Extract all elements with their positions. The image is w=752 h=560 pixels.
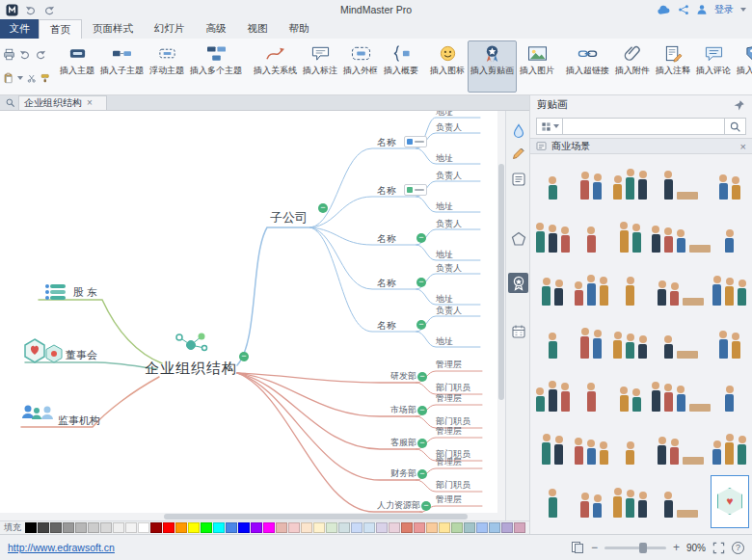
clipart-category-row[interactable]: 商业场景 × xyxy=(530,138,752,154)
clipart-item[interactable] xyxy=(711,210,749,263)
clipart-item[interactable] xyxy=(611,422,650,475)
fit-screen-icon[interactable] xyxy=(712,542,725,554)
color-swatch[interactable] xyxy=(464,522,475,533)
insert-summary-button[interactable]: 插入概要 xyxy=(381,40,421,93)
department-topic[interactable]: 人力资源部 xyxy=(374,499,420,512)
insert-picture-button[interactable]: 插入图片 xyxy=(517,40,557,93)
clipart-item[interactable] xyxy=(711,157,749,210)
tab-page-style[interactable]: 页面样式 xyxy=(82,19,144,39)
scrollbar-thumb[interactable] xyxy=(164,514,468,520)
color-swatch[interactable] xyxy=(63,522,74,533)
collapse-button[interactable]: − xyxy=(318,203,328,213)
help-icon[interactable]: ? xyxy=(732,542,744,554)
clipart-item[interactable] xyxy=(572,422,610,475)
color-swatch[interactable] xyxy=(426,522,438,533)
pin-icon[interactable] xyxy=(733,99,745,112)
pages-icon[interactable] xyxy=(571,541,584,554)
clipart-item[interactable] xyxy=(572,475,610,528)
clipart-item[interactable] xyxy=(650,210,711,263)
mindmap-canvas[interactable]: 企业组织结构 − 股 东 董事会 监事机构 子公司 − 名称 地址 负责人 地址 xyxy=(0,111,497,520)
color-swatch[interactable] xyxy=(88,522,99,533)
topic-board[interactable]: 董事会 xyxy=(66,348,97,361)
address-topic[interactable]: 地址 xyxy=(436,335,453,348)
paste-dropdown-icon[interactable] xyxy=(17,76,23,80)
horizontal-scrollbar[interactable] xyxy=(0,513,497,520)
document-tab[interactable]: 企业组织结构 × xyxy=(18,95,107,110)
color-swatch[interactable] xyxy=(288,522,300,533)
central-topic[interactable]: 企业组织结构 xyxy=(145,360,237,377)
department-topic[interactable]: 市场部 xyxy=(382,404,416,416)
dock-format-icon[interactable] xyxy=(508,120,528,141)
clipart-category-dropdown[interactable] xyxy=(536,118,563,135)
login-button[interactable]: 登录 xyxy=(714,3,734,16)
color-swatch[interactable] xyxy=(376,522,388,533)
vertical-scrollbar[interactable] xyxy=(497,111,505,520)
insert-subtopic-button[interactable]: 插入子主题 xyxy=(97,40,147,93)
collapse-button[interactable]: − xyxy=(417,469,427,479)
zoom-in-button[interactable]: + xyxy=(673,542,680,553)
collapse-button[interactable]: − xyxy=(417,372,427,382)
format-painter-icon[interactable] xyxy=(40,72,49,84)
user-icon[interactable] xyxy=(696,4,708,15)
color-swatch[interactable] xyxy=(263,522,275,533)
tab-help[interactable]: 帮助 xyxy=(279,19,320,39)
clipart-item[interactable] xyxy=(533,316,572,369)
dock-theme-icon[interactable] xyxy=(508,228,528,249)
clipart-item[interactable] xyxy=(711,422,749,475)
clipart-item[interactable] xyxy=(611,369,650,422)
zoom-out-button[interactable]: − xyxy=(591,542,598,553)
color-swatch[interactable] xyxy=(389,522,400,533)
clipart-item[interactable] xyxy=(533,157,572,210)
color-swatch[interactable] xyxy=(213,522,225,533)
color-swatch[interactable] xyxy=(251,522,262,533)
department-topic[interactable]: 研发部 xyxy=(382,370,416,383)
color-swatch[interactable] xyxy=(125,522,137,533)
edrawsoft-link[interactable]: http://www.edrawsoft.cn xyxy=(8,542,115,553)
color-swatch[interactable] xyxy=(175,522,187,533)
scrollbar-thumb[interactable] xyxy=(498,164,504,400)
menu-file[interactable]: 文件 xyxy=(0,19,39,39)
department-topic[interactable]: 财务部 xyxy=(382,467,416,480)
color-swatch[interactable] xyxy=(113,522,124,533)
paste-icon[interactable] xyxy=(3,71,13,85)
color-swatch[interactable] xyxy=(238,522,250,533)
insert-comment-button[interactable]: 插入评论 xyxy=(693,40,734,93)
clipart-item[interactable] xyxy=(650,157,711,210)
insert-boundary-button[interactable]: 插入外框 xyxy=(340,40,381,93)
subsidiary-name-topic[interactable]: 名称 xyxy=(377,232,396,245)
clipart-item[interactable] xyxy=(650,263,711,316)
clipart-item[interactable] xyxy=(572,210,610,263)
clipart-item[interactable] xyxy=(533,475,572,528)
address-topic[interactable]: 地址 xyxy=(436,249,453,261)
clipart-item[interactable] xyxy=(611,210,650,263)
share-icon[interactable] xyxy=(678,4,689,15)
collapse-button[interactable]: − xyxy=(417,439,427,448)
insert-hyperlink-button[interactable]: 插入超链接 xyxy=(563,40,612,93)
clipart-item[interactable] xyxy=(533,210,572,263)
color-swatch[interactable] xyxy=(326,522,337,533)
color-swatch[interactable] xyxy=(201,522,212,533)
management-topic[interactable]: 管理层 xyxy=(436,493,462,506)
dock-pen-icon[interactable] xyxy=(508,143,528,163)
person-in-charge-topic[interactable]: 负责人 xyxy=(436,305,462,317)
collapse-button[interactable]: − xyxy=(421,501,431,511)
color-swatch[interactable] xyxy=(476,522,488,533)
dock-clipart-icon[interactable] xyxy=(508,273,528,293)
address-topic[interactable]: 地址 xyxy=(436,200,453,213)
management-topic[interactable]: 管理层 xyxy=(436,456,462,468)
cut-icon[interactable] xyxy=(27,72,36,84)
color-swatch[interactable] xyxy=(138,522,149,533)
clipart-item[interactable] xyxy=(572,316,610,369)
zoom-slider[interactable] xyxy=(604,547,666,549)
undo-icon[interactable] xyxy=(19,48,31,60)
color-swatch[interactable] xyxy=(363,522,375,533)
color-swatch[interactable] xyxy=(226,522,237,533)
clipart-item[interactable] xyxy=(533,422,572,475)
department-topic[interactable]: 客服部 xyxy=(382,437,416,449)
clipart-item[interactable]: ♥ xyxy=(711,475,749,528)
dock-task-icon[interactable] xyxy=(508,321,528,341)
clipart-item[interactable] xyxy=(611,157,650,210)
clipart-item[interactable] xyxy=(572,263,610,316)
clipart-search-button[interactable] xyxy=(725,118,746,135)
collapse-button[interactable]: − xyxy=(417,406,427,415)
